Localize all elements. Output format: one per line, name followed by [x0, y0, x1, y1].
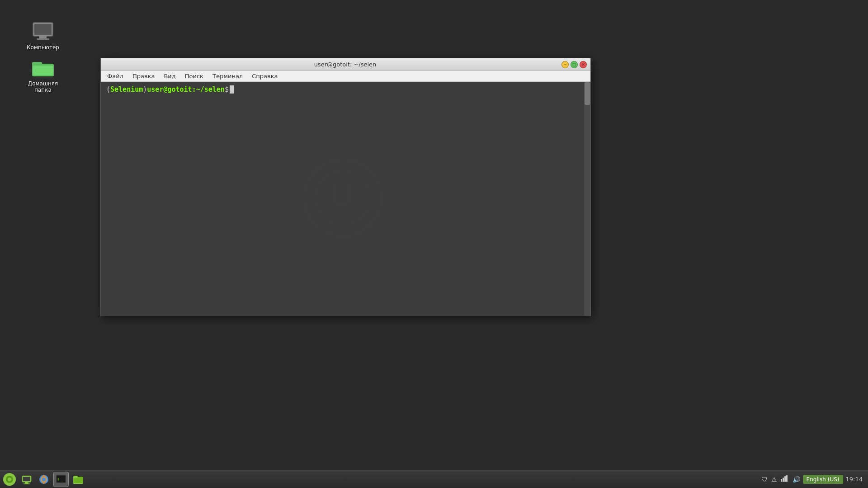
prompt-line: (Selenium) user@gotoit:~/selen$: [106, 85, 579, 94]
terminal-watermark: U: [297, 153, 388, 245]
svg-point-12: [8, 478, 11, 481]
close-button[interactable]: ✕: [580, 61, 587, 68]
menu-file[interactable]: Файл: [103, 72, 128, 80]
warning-tray-icon[interactable]: ⚠: [771, 476, 777, 483]
prompt-dollar: $: [225, 85, 229, 94]
files-icon: [73, 474, 84, 485]
svg-point-8: [316, 171, 370, 225]
terminal-titlebar: user@gotoit: ~/selen ─ □ ✕: [101, 58, 590, 71]
prompt-env-name: Selenium: [110, 85, 143, 94]
menu-view[interactable]: Вид: [159, 72, 180, 80]
show-desktop-icon: [22, 474, 32, 484]
svg-rect-5: [32, 62, 42, 66]
shield-tray-icon[interactable]: 🛡: [761, 476, 768, 483]
svg-text:U: U: [331, 178, 354, 213]
terminal-window: user@gotoit: ~/selen ─ □ ✕ Файл Правка В…: [100, 58, 591, 316]
svg-rect-6: [33, 66, 53, 75]
mint-logo-icon: [3, 473, 16, 486]
computer-icon: [32, 21, 54, 42]
svg-point-7: [304, 160, 381, 236]
svg-rect-1: [34, 24, 52, 35]
firefox-icon: [38, 474, 50, 485]
taskbar-mint-menu[interactable]: [2, 472, 17, 487]
svg-rect-27: [783, 478, 784, 482]
menu-search[interactable]: Поиск: [180, 72, 208, 80]
svg-rect-15: [25, 482, 28, 483]
volume-tray-icon[interactable]: 🔊: [793, 476, 800, 483]
desktop-icon-home[interactable]: Домашняя папка: [23, 54, 63, 96]
svg-rect-25: [73, 476, 78, 478]
desktop-icon-computer[interactable]: Компьютер: [23, 18, 63, 53]
language-indicator[interactable]: English (US): [803, 475, 843, 484]
svg-rect-16: [24, 483, 30, 484]
home-folder-icon: [32, 57, 54, 79]
svg-point-19: [42, 478, 46, 481]
system-tray: 🛡 ⚠ 🔊: [761, 475, 800, 483]
terminal-icon: $ _: [56, 474, 66, 485]
taskbar: $ _ 🛡 ⚠: [0, 470, 868, 488]
minimize-button[interactable]: ─: [561, 61, 569, 68]
svg-rect-2: [39, 36, 47, 38]
svg-rect-29: [786, 475, 788, 482]
svg-rect-28: [784, 476, 786, 482]
taskbar-right: 🛡 ⚠ 🔊 English (US) 19:14: [761, 475, 866, 484]
taskbar-show-desktop[interactable]: [19, 472, 34, 487]
time-display[interactable]: 19:14: [846, 476, 863, 483]
svg-rect-3: [37, 38, 49, 40]
taskbar-files[interactable]: [71, 472, 86, 487]
maximize-button[interactable]: □: [571, 61, 578, 68]
computer-label: Компьютер: [27, 44, 59, 51]
menu-edit[interactable]: Правка: [128, 72, 159, 80]
terminal-title: user@gotoit: ~/selen: [129, 61, 561, 68]
network-tray-icon[interactable]: [781, 475, 789, 483]
terminal-menubar: Файл Правка Вид Поиск Терминал Справка: [101, 71, 590, 82]
prompt-env-parens-open: (: [106, 85, 110, 94]
terminal-cursor: [230, 85, 234, 94]
taskbar-left: $ _: [2, 472, 86, 487]
svg-rect-14: [23, 477, 30, 481]
svg-rect-26: [781, 479, 782, 482]
svg-text:$ _: $ _: [57, 478, 63, 481]
home-folder-label: Домашняя папка: [25, 80, 61, 93]
desktop: Компьютер Домашняя папка user@gotoit: ~/…: [0, 0, 868, 488]
prompt-user-host-path: user@gotoit:~/selen: [147, 85, 225, 94]
terminal-scrollbar[interactable]: [584, 82, 590, 316]
taskbar-firefox[interactable]: [36, 472, 52, 487]
taskbar-terminal[interactable]: $ _: [53, 472, 69, 487]
prompt-env-parens-close: ): [143, 85, 147, 94]
scrollbar-thumb[interactable]: [585, 82, 590, 105]
menu-terminal[interactable]: Терминал: [208, 72, 247, 80]
terminal-content[interactable]: U (Selenium) user@gotoit:~/selen$: [101, 82, 584, 316]
titlebar-buttons: ─ □ ✕: [561, 61, 587, 68]
terminal-body[interactable]: U (Selenium) user@gotoit:~/selen$: [101, 82, 590, 316]
menu-help[interactable]: Справка: [247, 72, 282, 80]
